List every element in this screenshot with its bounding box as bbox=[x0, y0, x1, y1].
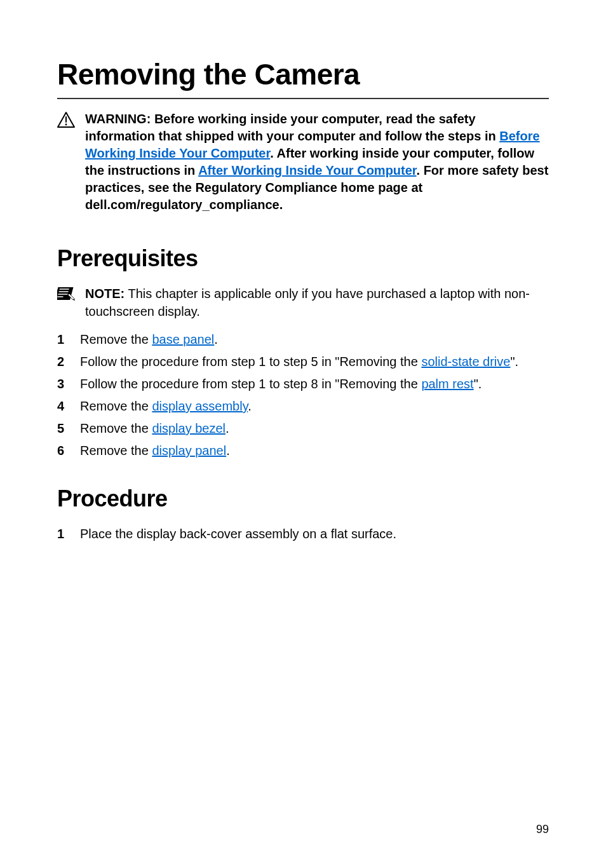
list-number: 1 bbox=[57, 525, 66, 543]
procedure-list: 1Place the display back-cover assembly o… bbox=[57, 525, 549, 543]
warning-icon bbox=[57, 112, 75, 128]
list-number: 1 bbox=[57, 330, 66, 349]
text-segment: Follow the procedure from step 1 to step… bbox=[80, 377, 421, 391]
list-body: Follow the procedure from step 1 to step… bbox=[80, 375, 549, 393]
note-text: NOTE: This chapter is applicable only if… bbox=[85, 285, 549, 320]
note-icon bbox=[57, 286, 75, 301]
text-segment: Remove the bbox=[80, 332, 152, 346]
text-segment: Follow the procedure from step 1 to step… bbox=[80, 355, 421, 369]
inline-link[interactable]: display bezel bbox=[152, 421, 226, 435]
text-segment: . bbox=[248, 399, 252, 413]
warning-prefix: WARNING: Before working inside your comp… bbox=[85, 112, 499, 143]
text-segment: . bbox=[214, 332, 218, 346]
list-body: Remove the display panel. bbox=[80, 442, 549, 460]
list-number: 5 bbox=[57, 419, 66, 438]
warning-block: WARNING: Before working inside your comp… bbox=[57, 111, 549, 214]
prerequisites-heading: Prerequisites bbox=[57, 245, 549, 272]
page-title: Removing the Camera bbox=[57, 57, 549, 99]
text-segment: Remove the bbox=[80, 444, 152, 458]
inline-link[interactable]: base panel bbox=[152, 332, 214, 346]
list-number: 6 bbox=[57, 442, 66, 460]
text-segment: ". bbox=[510, 355, 518, 369]
prereq-item: 4Remove the display assembly. bbox=[57, 397, 549, 416]
list-number: 2 bbox=[57, 353, 66, 371]
link-after-working-inside[interactable]: After Working Inside Your Computer bbox=[198, 163, 416, 177]
list-body: Remove the base panel. bbox=[80, 330, 549, 349]
prereq-item: 3Follow the procedure from step 1 to ste… bbox=[57, 375, 549, 393]
note-body: This chapter is applicable only if you h… bbox=[85, 287, 530, 318]
text-segment: . bbox=[226, 444, 230, 458]
note-label: NOTE: bbox=[85, 287, 125, 301]
svg-point-1 bbox=[65, 124, 67, 126]
list-number: 4 bbox=[57, 397, 66, 416]
list-body: Remove the display assembly. bbox=[80, 397, 549, 416]
text-segment: . bbox=[226, 421, 229, 435]
document-page: Removing the Camera WARNING: Before work… bbox=[0, 0, 606, 868]
text-segment: Remove the bbox=[80, 399, 152, 413]
note-block: NOTE: This chapter is applicable only if… bbox=[57, 285, 549, 320]
page-number: 99 bbox=[536, 823, 549, 836]
warning-text: WARNING: Before working inside your comp… bbox=[85, 111, 549, 214]
list-body: Place the display back-cover assembly on… bbox=[80, 525, 549, 543]
procedure-heading: Procedure bbox=[57, 485, 549, 512]
prereq-item: 6Remove the display panel. bbox=[57, 442, 549, 460]
prereq-item: 2Follow the procedure from step 1 to ste… bbox=[57, 353, 549, 371]
text-segment: Remove the bbox=[80, 421, 152, 435]
prereq-item: 1Remove the base panel. bbox=[57, 330, 549, 349]
inline-link[interactable]: display assembly bbox=[152, 399, 248, 413]
list-number: 3 bbox=[57, 375, 66, 393]
proc-item: 1Place the display back-cover assembly o… bbox=[57, 525, 549, 543]
prereq-item: 5Remove the display bezel. bbox=[57, 419, 549, 438]
text-segment: Place the display back-cover assembly on… bbox=[80, 527, 396, 541]
inline-link[interactable]: display panel bbox=[152, 444, 226, 458]
prerequisites-list: 1Remove the base panel.2Follow the proce… bbox=[57, 330, 549, 460]
text-segment: ". bbox=[474, 377, 482, 391]
inline-link[interactable]: palm rest bbox=[421, 377, 473, 391]
list-body: Follow the procedure from step 1 to step… bbox=[80, 353, 549, 371]
inline-link[interactable]: solid-state drive bbox=[421, 355, 510, 369]
list-body: Remove the display bezel. bbox=[80, 419, 549, 438]
